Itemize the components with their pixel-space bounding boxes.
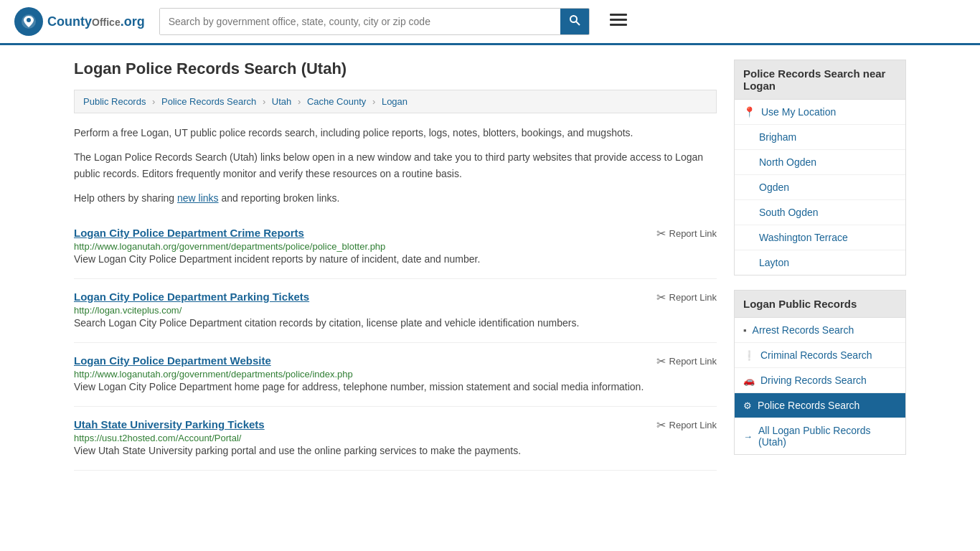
svg-line-3 <box>576 22 580 25</box>
public-records-item-3[interactable]: ⚙Police Records Search <box>735 393 905 418</box>
result-url-2[interactable]: http://www.loganutah.org/government/depa… <box>74 369 353 380</box>
scissors-icon: ✂ <box>656 418 666 432</box>
menu-button[interactable] <box>604 9 633 34</box>
result-title-1[interactable]: Logan City Police Department Parking Tic… <box>74 291 309 303</box>
result-header: Logan City Police Department Parking Tic… <box>74 291 717 304</box>
description-2: The Logan Police Records Search (Utah) l… <box>74 149 717 182</box>
public-records-list: ▪Arrest Records Search❕Criminal Records … <box>734 317 906 455</box>
breadcrumb-cache-county[interactable]: Cache County <box>307 96 366 107</box>
nearby-item-1[interactable]: Brigham <box>735 125 905 150</box>
report-link-label: Report Link <box>669 292 717 303</box>
search-input[interactable] <box>160 9 560 34</box>
public-records-section: Logan Public Records ▪Arrest Records Sea… <box>734 290 906 455</box>
square-icon: ▪ <box>743 325 747 336</box>
description-3: Help others by sharing new links and rep… <box>74 190 717 206</box>
public-records-item-0[interactable]: ▪Arrest Records Search <box>735 318 905 343</box>
content-area: Logan Police Records Search (Utah) Publi… <box>74 60 717 471</box>
public-records-title: Logan Public Records <box>734 290 906 317</box>
logo-link[interactable]: CountyOffice.org <box>14 7 145 36</box>
nearby-section: Police Records Search near Logan 📍Use My… <box>734 60 906 276</box>
report-link-button-2[interactable]: ✂ Report Link <box>656 354 717 368</box>
svg-rect-4 <box>610 14 627 16</box>
result-title-0[interactable]: Logan City Police Department Crime Repor… <box>74 227 304 239</box>
nearby-item-4[interactable]: South Ogden <box>735 200 905 225</box>
page-title: Logan Police Records Search (Utah) <box>74 60 717 78</box>
nearby-link-2[interactable]: North Ogden <box>759 156 816 168</box>
result-desc-0: View Logan City Police Department incide… <box>74 252 717 267</box>
result-desc-2: View Logan City Police Department home p… <box>74 380 717 395</box>
result-header: Utah State University Parking Tickets ✂ … <box>74 418 717 432</box>
public-records-link-0[interactable]: Arrest Records Search <box>753 324 854 336</box>
scissors-icon: ✂ <box>656 291 666 304</box>
nearby-item-0[interactable]: 📍Use My Location <box>735 100 905 125</box>
svg-rect-6 <box>610 24 627 26</box>
result-url-3[interactable]: https://usu.t2hosted.com/Account/Portal/ <box>74 433 241 443</box>
report-link-button-0[interactable]: ✂ Report Link <box>656 227 717 240</box>
description-1: Perform a free Logan, UT public police r… <box>74 125 717 141</box>
nearby-item-5[interactable]: Washington Terrace <box>735 225 905 250</box>
main-container: Logan Police Records Search (Utah) Publi… <box>60 45 920 485</box>
public-records-link-4[interactable]: All Logan Public Records (Utah) <box>758 425 897 448</box>
nearby-link-4[interactable]: South Ogden <box>759 207 819 218</box>
breadcrumb: Public Records › Police Records Search ›… <box>74 90 717 113</box>
scissors-icon: ✂ <box>656 354 666 368</box>
public-records-item-1[interactable]: ❕Criminal Records Search <box>735 343 905 368</box>
result-header: Logan City Police Department Crime Repor… <box>74 227 717 240</box>
result-url-1[interactable]: http://logan.vciteplus.com/ <box>74 305 182 316</box>
breadcrumb-public-records[interactable]: Public Records <box>83 96 146 107</box>
svg-point-2 <box>570 16 577 22</box>
nearby-link-6[interactable]: Layton <box>759 257 789 268</box>
nearby-link-3[interactable]: Ogden <box>759 182 789 193</box>
public-records-item-4[interactable]: →All Logan Public Records (Utah) <box>735 418 905 454</box>
search-button[interactable] <box>560 9 589 34</box>
exclamation-icon: ❕ <box>743 350 755 361</box>
scissors-icon: ✂ <box>656 227 666 240</box>
arrow-icon: → <box>743 431 753 442</box>
svg-point-1 <box>27 18 31 22</box>
public-records-item-2[interactable]: 🚗Driving Records Search <box>735 368 905 393</box>
result-title-2[interactable]: Logan City Police Department Website <box>74 354 271 367</box>
star-icon: ⚙ <box>743 400 752 411</box>
logo-text: CountyOffice.org <box>47 14 145 29</box>
breadcrumb-police-records-search[interactable]: Police Records Search <box>161 96 256 107</box>
nearby-item-6[interactable]: Layton <box>735 250 905 275</box>
nearby-link-5[interactable]: Washington Terrace <box>759 232 848 243</box>
nearby-link-0[interactable]: Use My Location <box>761 106 836 118</box>
breadcrumb-utah[interactable]: Utah <box>272 96 291 107</box>
car-icon: 🚗 <box>743 375 755 386</box>
nearby-title: Police Records Search near Logan <box>734 60 906 99</box>
result-url-0[interactable]: http://www.loganutah.org/government/depa… <box>74 241 385 252</box>
report-link-label: Report Link <box>669 420 717 430</box>
public-records-link-2[interactable]: Driving Records Search <box>760 375 867 386</box>
result-desc-3: View Utah State University parking porta… <box>74 443 717 458</box>
report-link-label: Report Link <box>669 228 717 239</box>
result-item: Logan City Police Department Website ✂ R… <box>74 343 717 407</box>
location-icon: 📍 <box>743 106 755 118</box>
sidebar: Police Records Search near Logan 📍Use My… <box>734 60 906 471</box>
result-item: Logan City Police Department Crime Repor… <box>74 215 717 279</box>
result-item: Logan City Police Department Parking Tic… <box>74 279 717 343</box>
breadcrumb-logan[interactable]: Logan <box>382 96 407 107</box>
svg-rect-5 <box>610 19 627 21</box>
public-records-link-3[interactable]: Police Records Search <box>758 400 859 411</box>
report-link-button-3[interactable]: ✂ Report Link <box>656 418 717 432</box>
result-item: Utah State University Parking Tickets ✂ … <box>74 407 717 471</box>
public-records-link-1[interactable]: Criminal Records Search <box>760 349 872 361</box>
header: CountyOffice.org <box>0 0 980 45</box>
nearby-item-2[interactable]: North Ogden <box>735 150 905 175</box>
result-title-3[interactable]: Utah State University Parking Tickets <box>74 418 265 430</box>
result-desc-1: Search Logan City Police Department cita… <box>74 316 717 331</box>
results-container: Logan City Police Department Crime Repor… <box>74 215 717 471</box>
nearby-list: 📍Use My LocationBrighamNorth OgdenOgdenS… <box>734 99 906 276</box>
nearby-item-3[interactable]: Ogden <box>735 175 905 200</box>
nearby-link-1[interactable]: Brigham <box>759 131 796 143</box>
new-links-link[interactable]: new links <box>177 192 219 204</box>
search-bar <box>159 8 590 35</box>
result-header: Logan City Police Department Website ✂ R… <box>74 354 717 368</box>
report-link-label: Report Link <box>669 356 717 367</box>
logo-icon <box>14 7 43 36</box>
report-link-button-1[interactable]: ✂ Report Link <box>656 291 717 304</box>
